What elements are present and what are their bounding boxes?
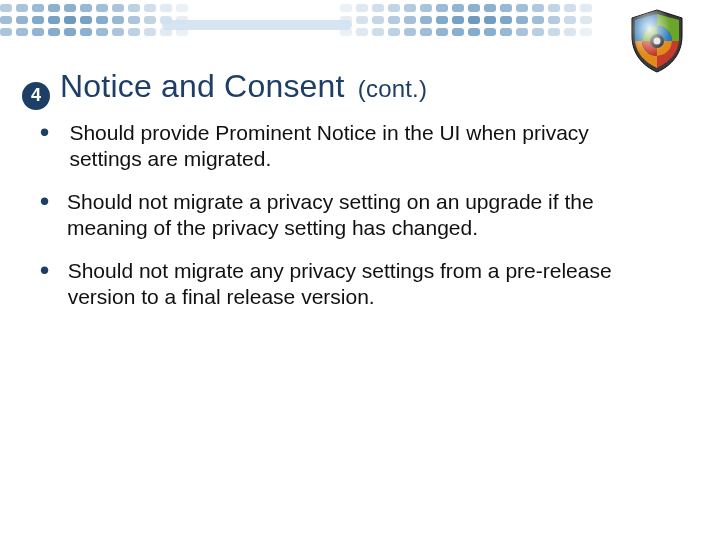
svg-rect-57 — [16, 28, 28, 36]
svg-rect-75 — [452, 28, 464, 36]
svg-rect-62 — [96, 28, 108, 36]
svg-rect-28 — [0, 16, 12, 24]
svg-rect-49 — [484, 16, 496, 24]
svg-rect-7 — [112, 4, 124, 12]
svg-rect-78 — [500, 28, 512, 36]
bullet-text: Should not migrate a privacy setting on … — [67, 189, 660, 240]
list-item: • Should not migrate any privacy setting… — [40, 258, 660, 309]
svg-rect-84 — [162, 20, 352, 30]
svg-rect-11 — [176, 4, 188, 12]
svg-rect-23 — [516, 4, 528, 12]
decorative-tile-strip — [0, 0, 720, 54]
slide-title-row: 4 Notice and Consent (cont.) — [22, 68, 427, 106]
slide-title-main: Notice and Consent — [60, 68, 345, 104]
svg-rect-69 — [356, 28, 368, 36]
svg-rect-2 — [32, 4, 44, 12]
svg-rect-53 — [548, 16, 560, 24]
svg-rect-18 — [436, 4, 448, 12]
svg-rect-63 — [112, 28, 124, 36]
svg-rect-44 — [404, 16, 416, 24]
svg-rect-42 — [372, 16, 384, 24]
svg-rect-41 — [356, 16, 368, 24]
list-item: • Should not migrate a privacy setting o… — [40, 189, 660, 240]
svg-rect-72 — [404, 28, 416, 36]
svg-rect-12 — [340, 4, 352, 12]
svg-rect-70 — [372, 28, 384, 36]
svg-rect-59 — [48, 28, 60, 36]
svg-rect-46 — [436, 16, 448, 24]
svg-rect-22 — [500, 4, 512, 12]
svg-rect-60 — [64, 28, 76, 36]
svg-rect-55 — [580, 16, 592, 24]
svg-rect-4 — [64, 4, 76, 12]
svg-rect-37 — [144, 16, 156, 24]
bullet-text: Should provide Prominent Notice in the U… — [69, 120, 660, 171]
svg-rect-58 — [32, 28, 44, 36]
section-number: 4 — [31, 85, 41, 106]
svg-rect-21 — [484, 4, 496, 12]
svg-rect-35 — [112, 16, 124, 24]
svg-rect-81 — [548, 28, 560, 36]
svg-rect-10 — [160, 4, 172, 12]
svg-rect-16 — [404, 4, 416, 12]
svg-rect-13 — [356, 4, 368, 12]
svg-rect-14 — [372, 4, 384, 12]
svg-rect-45 — [420, 16, 432, 24]
bullet-icon: • — [40, 122, 51, 142]
bullet-icon: • — [40, 260, 50, 280]
svg-rect-6 — [96, 4, 108, 12]
svg-rect-1 — [16, 4, 28, 12]
svg-rect-31 — [48, 16, 60, 24]
svg-rect-48 — [468, 16, 480, 24]
svg-rect-19 — [452, 4, 464, 12]
svg-rect-52 — [532, 16, 544, 24]
svg-rect-26 — [564, 4, 576, 12]
svg-rect-3 — [48, 4, 60, 12]
svg-rect-43 — [388, 16, 400, 24]
svg-rect-30 — [32, 16, 44, 24]
svg-rect-15 — [388, 4, 400, 12]
list-item: • Should provide Prominent Notice in the… — [40, 120, 660, 171]
shield-security-icon — [622, 6, 692, 76]
svg-rect-25 — [548, 4, 560, 12]
svg-rect-29 — [16, 16, 28, 24]
svg-rect-8 — [128, 4, 140, 12]
svg-rect-34 — [96, 16, 108, 24]
svg-rect-51 — [516, 16, 528, 24]
svg-rect-36 — [128, 16, 140, 24]
slide-body: • Should provide Prominent Notice in the… — [40, 120, 660, 328]
svg-rect-80 — [532, 28, 544, 36]
svg-rect-77 — [484, 28, 496, 36]
svg-rect-56 — [0, 28, 12, 36]
bullet-text: Should not migrate any privacy settings … — [68, 258, 660, 309]
svg-rect-24 — [532, 4, 544, 12]
svg-rect-47 — [452, 16, 464, 24]
svg-rect-83 — [580, 28, 592, 36]
bullet-icon: • — [40, 191, 49, 211]
slide-title-cont: (cont.) — [358, 75, 427, 102]
svg-rect-74 — [436, 28, 448, 36]
svg-rect-17 — [420, 4, 432, 12]
section-number-badge: 4 — [22, 82, 50, 110]
svg-rect-65 — [144, 28, 156, 36]
svg-rect-64 — [128, 28, 140, 36]
svg-rect-76 — [468, 28, 480, 36]
svg-rect-73 — [420, 28, 432, 36]
svg-rect-61 — [80, 28, 92, 36]
svg-rect-79 — [516, 28, 528, 36]
svg-rect-0 — [0, 4, 12, 12]
svg-rect-82 — [564, 28, 576, 36]
svg-rect-5 — [80, 4, 92, 12]
slide: 4 Notice and Consent (cont.) • Should pr… — [0, 0, 720, 540]
svg-rect-54 — [564, 16, 576, 24]
svg-rect-20 — [468, 4, 480, 12]
svg-rect-27 — [580, 4, 592, 12]
slide-title: Notice and Consent (cont.) — [60, 68, 427, 105]
svg-rect-50 — [500, 16, 512, 24]
svg-rect-32 — [64, 16, 76, 24]
svg-rect-9 — [144, 4, 156, 12]
svg-rect-33 — [80, 16, 92, 24]
svg-rect-71 — [388, 28, 400, 36]
